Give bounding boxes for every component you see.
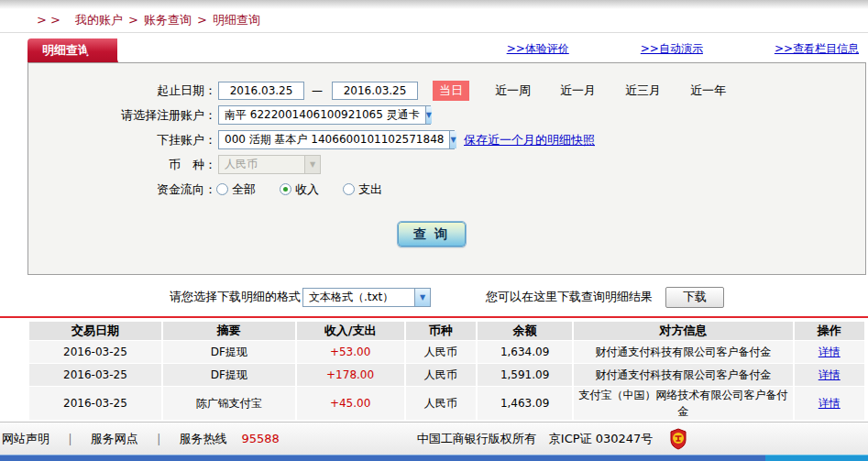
query-button[interactable]: 查 询: [398, 222, 466, 247]
column-header: 币种: [406, 322, 476, 340]
radio-icon[interactable]: [343, 183, 355, 195]
chevron-down-icon: ▼: [449, 131, 456, 148]
flow-option-all[interactable]: 全部: [216, 181, 256, 198]
breadcrumb-separator: >: [197, 13, 207, 27]
download-hint: 您可以在这里下载查询明细结果: [486, 289, 653, 305]
copyright-text: 中国工商银行版权所有: [417, 431, 536, 447]
radio-icon[interactable]: [280, 183, 291, 195]
breadcrumb-detail-query[interactable]: 明细查询: [213, 13, 260, 27]
cell-balance: 1,463.09: [478, 387, 572, 420]
date-range-label: 起止日期：: [28, 82, 216, 99]
download-format-value: 文本格式（.txt）: [303, 290, 414, 305]
query-form: 起止日期： — 当日 近一周近一月近三月近一年 请选择注册账户： 南平 6222…: [27, 62, 866, 275]
flow-option-expense[interactable]: 支出: [343, 181, 382, 198]
sub-account-label: 下挂账户：: [28, 132, 216, 148]
bottom-accent-bar: [0, 455, 868, 461]
quick-range-3months[interactable]: 近三月: [625, 82, 661, 99]
top-links: >>体验评价>>自动演示>>查看栏目信息: [507, 41, 866, 62]
service-outlets-link[interactable]: 服务网点: [91, 431, 138, 447]
cell-balance: 1,634.09: [478, 341, 572, 363]
detail-link[interactable]: 详情: [819, 397, 841, 410]
cell-counterparty: 财付通支付科技有限公司客户备付金: [574, 364, 792, 386]
download-row: 请您选择下载明细的格式 文本格式（.txt） ▼ 您可以在这里下载查询明细结果 …: [0, 286, 868, 308]
cell-summary: DF提现: [163, 364, 295, 386]
footer-separator: ｜: [153, 431, 165, 447]
tab-label: 明细查询: [42, 43, 90, 57]
detail-link[interactable]: 详情: [819, 346, 841, 358]
footer-bar: 网站声明｜服务网点｜服务热线95588 中国工商银行版权所有 京ICP证 030…: [0, 422, 868, 455]
cell-currency: 人民币: [406, 364, 476, 386]
fund-flow-label: 资金流向：: [28, 181, 216, 198]
flow-option-income[interactable]: 收入: [280, 181, 319, 198]
cell-action: 详情: [795, 341, 864, 363]
footer-separator: ｜: [64, 431, 76, 447]
fund-flow-options: 全部收入支出: [216, 181, 382, 198]
sub-account-row: 下挂账户： 000 活期 基本户 1406600101102571848 ▼ 保…: [28, 127, 865, 152]
column-header: 对方信息: [574, 322, 792, 340]
download-button[interactable]: 下载: [665, 287, 724, 308]
footer-links: 网站声明｜服务网点｜服务热线95588: [0, 431, 280, 447]
cell-amount: +178.00: [297, 364, 404, 386]
radio-label: 支出: [358, 181, 382, 198]
radio-label: 收入: [295, 181, 319, 198]
bottom-bar-left-segment: [0, 455, 765, 461]
cell-date: 2016-03-25: [29, 341, 161, 363]
currency-row: 币 种： 人民币 ▼: [28, 152, 865, 177]
footer-copyright-block: 中国工商银行版权所有 京ICP证 030247号: [417, 428, 688, 450]
column-header: 操作: [795, 322, 864, 340]
breadcrumb-my-account[interactable]: 我的账户: [75, 13, 123, 27]
table-header-row: 交易日期摘要收入/支出币种余额对方信息操作: [29, 322, 864, 340]
sub-account-select[interactable]: 000 活期 基本户 1406600101102571848 ▼: [218, 130, 455, 149]
detail-link[interactable]: 详情: [819, 368, 841, 381]
cell-currency: 人民币: [406, 387, 476, 420]
icp-text: 京ICP证 030247号: [549, 431, 654, 447]
chevron-down-icon: ▼: [414, 289, 430, 306]
cell-amount: +53.00: [297, 341, 404, 363]
cell-currency: 人民币: [406, 341, 476, 363]
tab-detail-query[interactable]: 明细查询: [27, 38, 117, 62]
quick-range-week[interactable]: 近一周: [495, 82, 531, 99]
icp-license-badge-icon[interactable]: [669, 428, 687, 450]
cell-date: 2016-03-25: [29, 387, 161, 420]
quick-range-year[interactable]: 近一年: [690, 82, 726, 99]
page-top-band: [0, 0, 868, 9]
footer: 网站声明｜服务网点｜服务热线95588 中国工商银行版权所有 京ICP证 030…: [0, 422, 868, 461]
cell-counterparty: 支付宝（中国）网络技术有限公司客户备付金: [574, 387, 792, 420]
sub-account-value: 000 活期 基本户 1406600101102571848: [219, 132, 449, 148]
currency-value: 人民币: [219, 157, 304, 172]
register-account-value: 南平 6222001406100921065 灵通卡: [219, 107, 425, 123]
radio-label: 全部: [232, 181, 256, 198]
cell-counterparty: 财付通支付科技有限公司客户备付金: [574, 341, 792, 363]
transactions-table: 交易日期摘要收入/支出币种余额对方信息操作 2016-03-25DF提现+53.…: [27, 321, 866, 421]
breadcrumb-prefix: > >: [37, 13, 60, 27]
auto-demo-link[interactable]: >>自动演示: [641, 41, 703, 57]
chevron-down-icon: ▼: [304, 156, 320, 173]
download-format-select[interactable]: 文本格式（.txt） ▼: [302, 288, 431, 307]
breadcrumb-account-query[interactable]: 账务查询: [144, 13, 192, 27]
save-snapshot-link[interactable]: 保存近一个月的明细快照: [464, 132, 595, 148]
quick-range-today[interactable]: 当日: [433, 81, 469, 101]
radio-icon[interactable]: [216, 183, 228, 195]
date-from-input[interactable]: [218, 82, 304, 100]
cell-action: 详情: [795, 364, 864, 386]
register-account-label: 请选择注册账户：: [28, 107, 216, 124]
tab-row: 明细查询 >>体验评价>>自动演示>>查看栏目信息: [27, 37, 866, 62]
column-header: 收入/支出: [297, 322, 404, 340]
register-account-row: 请选择注册账户： 南平 6222001406100921065 灵通卡 ▼: [28, 103, 865, 127]
site-statement-link[interactable]: 网站声明: [2, 431, 49, 447]
bottom-bar-right-segment: [765, 455, 868, 461]
cell-summary: 陈广锦支付宝: [163, 387, 295, 420]
currency-label: 币 种：: [28, 157, 216, 173]
download-format-label: 请您选择下载明细的格式: [170, 289, 301, 305]
column-header: 交易日期: [29, 322, 161, 340]
date-range-row: 起止日期： — 当日 近一周近一月近三月近一年: [28, 78, 865, 103]
breadcrumb: > > 我的账户>账务查询>明细查询: [0, 9, 868, 33]
view-column-info-link[interactable]: >>查看栏目信息: [775, 41, 859, 57]
register-account-select[interactable]: 南平 6222001406100921065 灵通卡 ▼: [218, 105, 431, 125]
transactions-body: 2016-03-25DF提现+53.00人民币1,634.09财付通支付科技有限…: [29, 341, 864, 420]
hotline-label: 服务热线: [179, 431, 226, 447]
currency-select: 人民币 ▼: [218, 155, 321, 174]
quick-range-month[interactable]: 近一月: [560, 82, 596, 99]
experience-review-link[interactable]: >>体验评价: [507, 41, 569, 57]
date-to-input[interactable]: [332, 82, 418, 100]
